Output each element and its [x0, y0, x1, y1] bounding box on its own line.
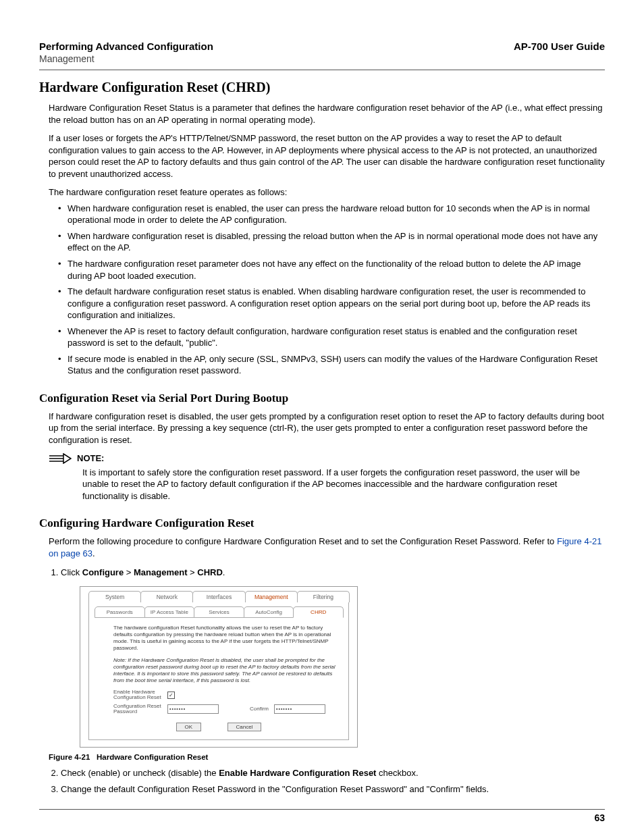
step-item: Change the default Configuration Reset P…: [61, 783, 605, 796]
procedure-steps: Click Configure > Management > CHRD.: [49, 566, 605, 579]
header-section: Management: [39, 53, 213, 64]
cancel-button[interactable]: Cancel: [227, 723, 262, 731]
text: >: [187, 567, 197, 577]
main-tabrow: System Network Interfaces Management Fil…: [80, 587, 357, 602]
header-rule: [39, 70, 605, 70]
checkbox-enable-hwreset[interactable]: ✓: [167, 692, 175, 699]
subsection-heading: Configuration Reset via Serial Port Duri…: [39, 392, 605, 405]
footer-rule: [39, 809, 605, 810]
list-item: Whenever the AP is reset to factory defa…: [58, 325, 605, 349]
ui-label: Enable Hardware Configuration Reset: [219, 768, 376, 778]
tab-network[interactable]: Network: [140, 591, 193, 602]
step-item: Click Configure > Management > CHRD.: [61, 566, 605, 579]
text: Check (enable) or uncheck (disable) the: [61, 768, 219, 778]
label-reset-password: Configuration Reset Password: [113, 704, 162, 715]
menu-path-item: CHRD: [197, 567, 223, 577]
section-heading: Hardware Configuration Reset (CHRD): [39, 80, 605, 95]
label-enable-hwreset: Enable Hardware Configuration Reset: [113, 689, 162, 701]
menu-path-item: Configure: [82, 567, 124, 577]
ok-button[interactable]: OK: [176, 723, 202, 731]
text: checkbox.: [376, 768, 418, 778]
subtab-passwords[interactable]: Passwords: [95, 606, 145, 618]
text: >: [124, 567, 134, 577]
tab-interfaces[interactable]: Interfaces: [192, 591, 245, 602]
input-reset-password[interactable]: •••••••: [167, 704, 219, 714]
note-label: NOTE:: [77, 453, 104, 463]
figure-number: Figure 4-21: [49, 753, 90, 761]
subtab-services[interactable]: Services: [194, 606, 244, 618]
feature-list: When hardware configuration reset is ena…: [58, 203, 605, 377]
svg-marker-3: [63, 454, 71, 463]
label-confirm: Confirm: [250, 706, 269, 712]
sub-tabrow: Passwords IP Access Table Services AutoC…: [89, 602, 348, 618]
paragraph: If a user loses or forgets the AP's HTTP…: [49, 132, 605, 180]
menu-path-item: Management: [134, 567, 187, 577]
tab-filtering[interactable]: Filtering: [297, 591, 350, 602]
paragraph: If hardware configuration reset is disab…: [49, 411, 605, 446]
text: .: [223, 567, 225, 577]
screenshot-panel: System Network Interfaces Management Fil…: [80, 586, 358, 748]
note-arrow-icon: [49, 453, 72, 464]
paragraph: The hardware configuration reset feature…: [49, 186, 605, 199]
tab-management[interactable]: Management: [245, 591, 298, 602]
list-item: The hardware configuration reset paramet…: [58, 258, 605, 282]
step-item: Check (enable) or uncheck (disable) the …: [61, 766, 605, 780]
screenshot-desc: The hardware configuration Reset functio…: [113, 625, 339, 652]
list-item: When hardware configuration reset is dis…: [58, 230, 605, 254]
header-guide-name: AP-700 User Guide: [514, 41, 605, 52]
subtab-ipaccess[interactable]: IP Access Table: [144, 606, 195, 618]
text: .: [92, 548, 95, 558]
list-item: If secure mode is enabled in the AP, onl…: [58, 353, 605, 377]
procedure-steps-cont: Check (enable) or uncheck (disable) the …: [49, 766, 605, 796]
subsection-heading: Configuring Hardware Configuration Reset: [39, 517, 605, 530]
paragraph: Perform the following procedure to confi…: [49, 536, 605, 559]
subtab-chrd[interactable]: CHRD: [293, 606, 344, 618]
subtab-autoconfig[interactable]: AutoConfig: [244, 606, 294, 618]
text: Perform the following procedure to confi…: [49, 536, 557, 546]
figure-caption: Figure 4-21 Hardware Configuration Reset: [49, 753, 605, 761]
text: Click: [61, 567, 82, 577]
page-number: 63: [39, 812, 605, 823]
input-confirm-password[interactable]: •••••••: [274, 704, 325, 714]
note-body: It is important to safely store the conf…: [82, 467, 605, 502]
list-item: The default hardware configuration reset…: [58, 286, 605, 321]
tab-system[interactable]: System: [88, 591, 141, 602]
paragraph: Hardware Configuration Reset Status is a…: [49, 102, 605, 126]
screenshot-note: Note: If the Hardware Configuration Rese…: [113, 657, 339, 684]
figure-title: Hardware Configuration Reset: [97, 753, 209, 761]
header-chapter: Performing Advanced Configuration: [39, 41, 213, 52]
list-item: When hardware configuration reset is ena…: [58, 203, 605, 226]
